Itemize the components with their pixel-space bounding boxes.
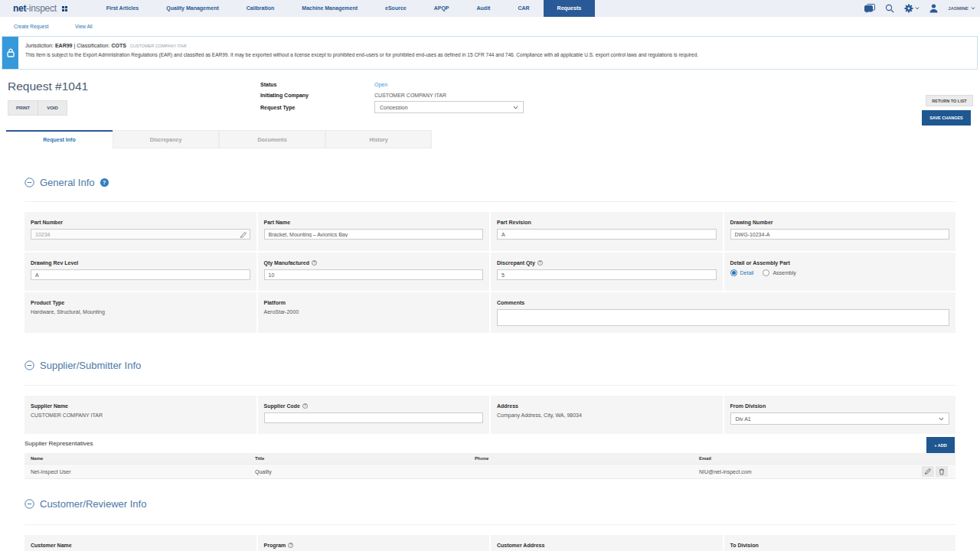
col-title: Title [249, 456, 469, 461]
return-to-list-button[interactable]: RETURN TO LIST [926, 95, 973, 106]
customer-address-label: Customer Address [497, 543, 717, 548]
drawing-rev-level-input[interactable] [31, 269, 250, 280]
collapse-supplier-icon[interactable] [24, 360, 34, 370]
program-label: Program? [264, 543, 484, 548]
col-email: Email [693, 456, 892, 461]
user-avatar-icon[interactable] [929, 4, 938, 13]
product-type-value: Hardware, Structural, Mounting [31, 309, 250, 315]
qty-manufactured-input[interactable] [264, 269, 484, 280]
platform-label: Platform [264, 300, 484, 305]
lock-icon [2, 37, 18, 69]
menu-audit[interactable]: Audit [463, 0, 505, 17]
drawing-number-input[interactable] [730, 229, 950, 240]
net-inspect-logo[interactable]: net-inspect [13, 3, 67, 14]
detail-assembly-label: Detail or Assembly Part [730, 260, 950, 266]
tab-request-info[interactable]: Request Info [6, 130, 113, 148]
delete-rep-button[interactable] [936, 466, 948, 477]
settings-gear-icon[interactable] [904, 4, 913, 13]
save-changes-button[interactable]: SAVE CHANGES [922, 110, 971, 126]
tab-history[interactable]: History [325, 130, 432, 148]
pencil-icon [925, 468, 931, 474]
address-label: Address [497, 403, 717, 409]
customer-info-title: Customer/Reviewer Info [40, 498, 146, 510]
edit-part-number-icon[interactable] [240, 232, 247, 238]
initiating-company-label: Initiating Company [260, 93, 309, 98]
menu-car[interactable]: CAR [504, 0, 543, 17]
messages-icon[interactable] [864, 4, 875, 13]
collapse-general-icon[interactable] [24, 178, 34, 187]
add-representative-button[interactable]: + ADD [926, 437, 955, 453]
col-phone: Phone [469, 456, 693, 461]
platform-value: AeroStar-2000 [264, 309, 484, 315]
status-label: Status [260, 82, 276, 87]
menu-esource[interactable]: eSource [371, 0, 420, 17]
rep-email: NIU@net-inspect.com [693, 469, 892, 474]
void-button[interactable]: VOID [38, 100, 67, 116]
qty-manufactured-help-icon[interactable]: ? [312, 260, 317, 266]
part-revision-input[interactable] [497, 229, 717, 240]
top-nav-bar: net-inspect First Articles Quality Manag… [0, 0, 980, 18]
discrepant-qty-help-icon[interactable]: ? [537, 260, 543, 266]
apps-grid-icon[interactable] [62, 6, 67, 11]
trash-icon [939, 468, 945, 475]
menu-calibration[interactable]: Calibration [233, 0, 289, 17]
supplier-info-panel: Supplier Name CUSTOMER COMPANY ITAR Supp… [24, 396, 956, 434]
select-chevron-icon [939, 417, 944, 421]
supplier-info-title: Supplier/Submitter Info [40, 360, 141, 371]
part-number-label: Part Number [31, 220, 250, 225]
collapse-customer-icon[interactable] [24, 499, 34, 509]
sub-nav-bar: Create Request View All [0, 17, 980, 36]
menu-machine-management[interactable]: Machine Management [288, 0, 371, 17]
table-row: Net-Inspect User Quality NIU@net-inspect… [24, 464, 956, 479]
part-name-label: Part Name [264, 220, 484, 225]
request-type-select[interactable]: Concession [374, 101, 524, 113]
view-all-link[interactable]: View All [75, 24, 93, 29]
banner-line2: This item is subject to the Export Admin… [25, 52, 977, 57]
supplier-code-input[interactable] [264, 412, 484, 423]
general-info-help-icon[interactable]: ? [100, 178, 109, 187]
from-division-label: From Division [730, 403, 950, 409]
program-help-icon[interactable]: ? [288, 543, 293, 548]
menu-apqp[interactable]: APQP [420, 0, 463, 17]
menu-requests[interactable]: Requests [544, 0, 596, 17]
request-type-label: Request Type [260, 105, 295, 110]
edit-rep-button[interactable] [922, 466, 934, 477]
settings-chevron-icon[interactable] [915, 7, 920, 10]
user-menu[interactable]: JASMINE [948, 6, 975, 11]
search-icon[interactable] [885, 4, 894, 13]
assembly-radio[interactable]: Assembly [763, 269, 795, 276]
banner-line1: Jurisdiction: EAR99 | Classification: CO… [25, 43, 977, 48]
part-number-input[interactable] [31, 229, 250, 240]
menu-quality-management[interactable]: Quality Management [152, 0, 232, 17]
supplier-reps-table: Name Title Phone Email Net-Inspect User … [24, 453, 956, 479]
drawing-number-label: Drawing Number [730, 220, 950, 225]
tab-documents[interactable]: Documents [219, 130, 325, 148]
status-value[interactable]: Open [374, 82, 387, 87]
discrepant-qty-label: Discrepant Qty? [497, 260, 717, 266]
print-button[interactable]: PRINT [8, 100, 38, 116]
supplier-code-help-icon[interactable]: ? [302, 403, 308, 409]
product-type-label: Product Type [31, 300, 250, 305]
main-menu: First Articles Quality Management Calibr… [93, 0, 595, 17]
user-chevron-icon [971, 7, 975, 10]
part-name-input[interactable] [264, 229, 484, 240]
menu-first-articles[interactable]: First Articles [93, 0, 153, 17]
create-request-link[interactable]: Create Request [14, 24, 49, 29]
qty-manufactured-label: Qty Manufactured? [264, 260, 484, 266]
tab-discrepancy[interactable]: Discrepancy [113, 130, 219, 148]
comments-input[interactable] [497, 309, 949, 326]
detail-radio[interactable]: Detail [730, 269, 754, 276]
discrepant-qty-input[interactable] [497, 269, 717, 280]
part-revision-label: Part Revision [497, 220, 717, 225]
customer-info-panel: Customer Name Program? Customer Address … [24, 535, 956, 551]
supplier-name-value: CUSTOMER COMPANY ITAR [31, 412, 250, 418]
general-info-title: General Info [40, 177, 95, 188]
from-division-select[interactable]: Div A1 [730, 412, 950, 425]
initiating-company-value: CUSTOMER COMPANY ITAR [374, 93, 446, 98]
supplier-name-label: Supplier Name [31, 403, 250, 409]
address-value: Company Address, City, WA, 98034 [497, 412, 717, 418]
supplier-code-label: Supplier Code? [264, 403, 484, 409]
to-division-label: To Division [730, 543, 950, 548]
rep-title: Quality [249, 469, 469, 474]
page-title: Request #1041 [8, 80, 88, 93]
